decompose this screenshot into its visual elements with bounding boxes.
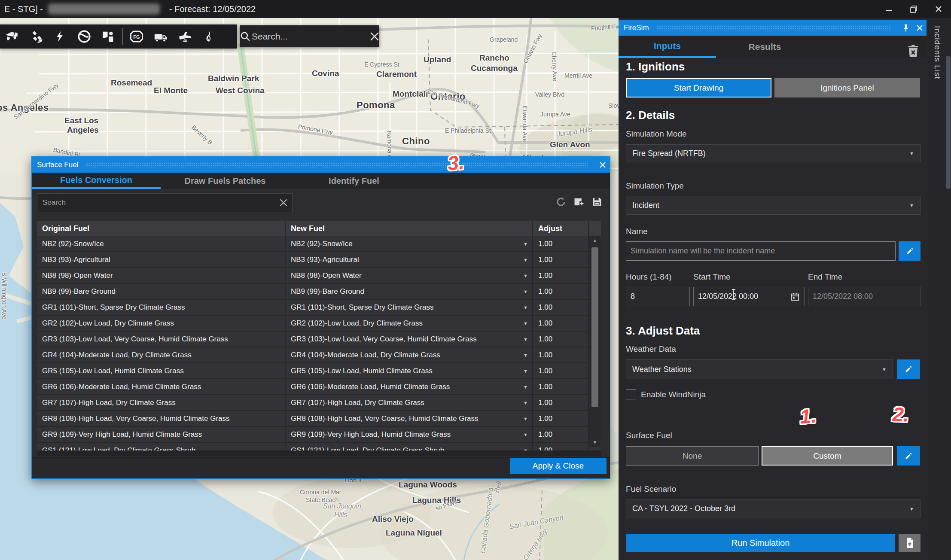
tab-fuels-conversion[interactable]: Fuels Conversion (32, 173, 161, 189)
new-fuel-dropdown[interactable]: GR8 (108)-High Load, Very Coarse, Humid … (286, 411, 533, 426)
column-scroll-spacer (589, 221, 601, 236)
tab-draw-fuels-patches[interactable]: Draw Fuels Patches (161, 173, 290, 189)
adjust-value-input[interactable]: 1.00 (533, 300, 589, 315)
restore-button[interactable] (901, 0, 926, 18)
fire-truck-icon (152, 29, 169, 44)
new-fuel-value: GR5 (105)-Low Load, Humid Climate Grass (291, 367, 433, 375)
minimize-button[interactable] (876, 0, 901, 18)
smoke-button[interactable] (197, 24, 221, 49)
tab-inputs[interactable]: Inputs (619, 36, 716, 58)
adjust-value-input[interactable]: 1.00 (533, 268, 589, 283)
edit-surface-fuel-button[interactable] (897, 446, 920, 466)
new-fuel-value: GR6 (106)-Moderate Load, Humid Climate G… (291, 383, 450, 391)
simulation-name-input[interactable] (626, 241, 896, 261)
surface-fuel-custom-button[interactable]: Custom (762, 446, 893, 466)
scrollbar-thumb[interactable] (591, 247, 598, 407)
globe-swirl-button[interactable] (72, 24, 96, 49)
weather-data-dropdown[interactable]: Weather Stations ▼ (626, 359, 893, 379)
close-button[interactable] (926, 0, 951, 18)
column-adjust: Adjust (533, 221, 589, 236)
scroll-up-icon[interactable]: ▲ (592, 236, 597, 245)
new-fuel-dropdown[interactable]: GR2 (102)-Low Load, Dry Climate Grass▼ (286, 316, 533, 331)
refresh-button[interactable] (554, 195, 568, 209)
dialog-titlebar[interactable]: Surface Fuel (32, 157, 610, 173)
edit-name-button[interactable] (899, 241, 921, 261)
incidents-list-label[interactable]: Incidents List (933, 26, 942, 79)
new-fuel-value: GR8 (108)-High Load, Very Coarse, Humid … (291, 414, 479, 423)
chevron-down-icon: ▼ (523, 305, 528, 310)
hours-input[interactable] (626, 287, 690, 306)
adjust-value-input[interactable]: 1.00 (533, 411, 589, 426)
clear-simulation-button[interactable] (905, 42, 922, 61)
adjust-value-input[interactable]: 1.00 (533, 379, 589, 394)
annotation-2: 2. (892, 402, 910, 426)
person-report-button[interactable] (96, 24, 120, 49)
adjust-value-input[interactable]: 1.00 (533, 316, 589, 331)
tab-identify-fuel[interactable]: Identify Fuel (290, 173, 418, 189)
fg-badge-button[interactable]: FG (125, 24, 149, 49)
run-simulation-button[interactable]: Run Simulation (626, 534, 895, 552)
adjust-value-input[interactable]: 1.00 (533, 284, 589, 299)
scroll-down-icon[interactable]: ▼ (592, 438, 597, 447)
firesim-panel: FireSim Inputs Results 1. Ignitions Star… (619, 18, 928, 560)
panel-close-button[interactable] (913, 20, 927, 36)
new-fuel-dropdown[interactable]: NB2 (92)-Snow/Ice▼ (286, 236, 533, 251)
map-label: Pomona Fwy (298, 123, 333, 136)
fuel-scenario-dropdown[interactable]: CA - TSYL 2022 - October 3rd ▼ (626, 499, 921, 518)
adjust-value-input[interactable]: 1.00 (533, 236, 589, 251)
map-label: Chino (402, 136, 430, 147)
fuel-search-clear-icon[interactable] (275, 198, 292, 207)
tab-results[interactable]: Results (716, 36, 814, 58)
new-fuel-dropdown[interactable]: GR5 (105)-Low Load, Humid Climate Grass▼ (286, 363, 533, 378)
panel-tabs: Inputs Results (619, 36, 927, 58)
dialog-tabs: Fuels Conversion Draw Fuels Patches Iden… (32, 173, 610, 189)
fuel-table-row: GR9 (109)-Very High Load, Humid Climate … (37, 427, 601, 443)
add-table-button[interactable] (572, 195, 586, 209)
table-vertical-scrollbar[interactable]: ▲ ▼ (589, 236, 601, 447)
map-search-input[interactable] (251, 31, 369, 42)
adjust-value-input[interactable]: 1.00 (533, 252, 589, 267)
adjust-value-input[interactable]: 1.00 (533, 395, 589, 410)
new-fuel-dropdown[interactable]: NB8 (98)-Open Water▼ (286, 268, 533, 283)
new-fuel-dropdown[interactable]: GR3 (103)-Low Load, Very Coarse, Humid C… (286, 332, 533, 347)
aircraft-button[interactable] (173, 24, 197, 49)
edit-weather-button[interactable] (897, 359, 920, 379)
adjust-value-input[interactable]: 1.00 (533, 363, 589, 378)
pin-button[interactable] (899, 20, 913, 36)
new-fuel-dropdown[interactable]: NB9 (99)-Bare Ground▼ (286, 284, 533, 299)
adjust-value-input[interactable]: 1.00 (533, 332, 589, 347)
ignitions-panel-button[interactable]: Ignitions Panel (774, 78, 920, 97)
windninja-checkbox[interactable] (626, 389, 636, 399)
map-label: Beverly B (190, 124, 214, 146)
start-time-input[interactable] (693, 287, 805, 306)
fuel-search-input[interactable] (37, 198, 275, 207)
apply-close-button[interactable]: Apply & Close (510, 458, 607, 474)
search-clear-icon[interactable] (369, 31, 380, 42)
adjust-value-input[interactable]: 1.00 (533, 427, 589, 442)
fire-truck-button[interactable] (149, 24, 173, 49)
start-drawing-button[interactable]: Start Drawing (626, 78, 771, 97)
new-fuel-dropdown[interactable]: GR1 (101)-Short, Sparse Dry Climate Gras… (286, 300, 533, 315)
surface-fuel-none-button[interactable]: None (626, 446, 759, 466)
simulation-mode-dropdown[interactable]: Fire Spread (NRTFB) ▼ (626, 144, 921, 162)
calendar-icon[interactable] (790, 292, 800, 303)
simulation-type-dropdown[interactable]: Incident ▼ (626, 196, 921, 215)
panel-titlebar[interactable]: FireSim (619, 20, 927, 36)
incidents-scrollbar-thumb[interactable] (946, 56, 951, 189)
save-button[interactable] (590, 195, 604, 209)
original-fuel-cell: NB8 (98)-Open Water (37, 268, 286, 283)
new-fuel-dropdown[interactable]: GR6 (106)-Moderate Load, Humid Climate G… (286, 379, 533, 394)
new-fuel-dropdown[interactable]: GR9 (109)-Very High Load, Humid Climate … (286, 427, 533, 442)
incidents-list-strip[interactable]: Incidents List (928, 18, 951, 560)
cctv-camera-button[interactable] (0, 24, 24, 49)
table-horizontal-scrollbar[interactable] (37, 450, 601, 457)
export-simulation-button[interactable] (899, 534, 921, 552)
new-fuel-dropdown[interactable]: GR4 (104)-Moderate Load, Dry Climate Gra… (286, 347, 533, 362)
adjust-value-input[interactable]: 1.00 (533, 347, 589, 362)
satellite-button[interactable] (24, 24, 48, 49)
lightning-button[interactable] (48, 24, 72, 49)
new-fuel-dropdown[interactable]: GR7 (107)-High Load, Dry Climate Grass▼ (286, 395, 533, 410)
simulation-type-label: Simulation Type (626, 181, 684, 191)
new-fuel-dropdown[interactable]: NB3 (93)-Agricultural▼ (286, 252, 533, 267)
dialog-close-button[interactable] (595, 157, 610, 173)
